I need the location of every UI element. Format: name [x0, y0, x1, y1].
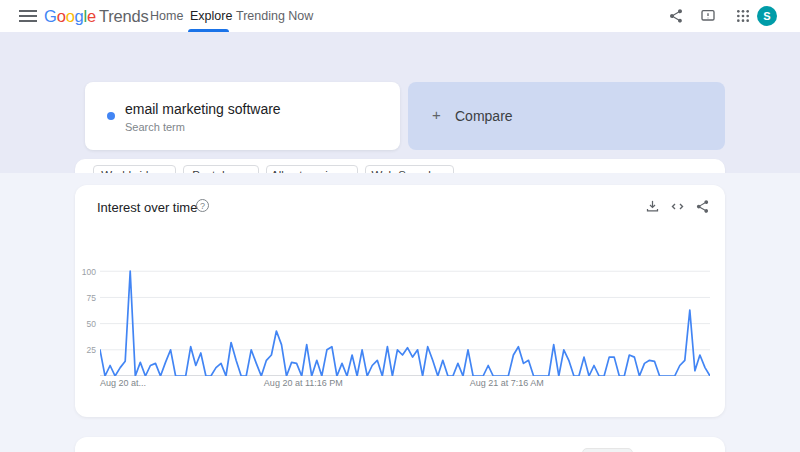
- help-icon[interactable]: ?: [196, 199, 209, 212]
- product-name: Trends: [99, 7, 149, 25]
- search-term-text: email marketing software: [125, 101, 281, 117]
- compare-label: Compare: [455, 108, 513, 124]
- google-trends-logo[interactable]: GoogleTrends: [44, 0, 149, 32]
- y-axis-tick-label: 75: [76, 293, 96, 303]
- x-axis-tick-label: Aug 20 at 11:16 PM: [264, 378, 343, 388]
- chart-share-icon[interactable]: [695, 199, 711, 215]
- active-tab-underline: [188, 29, 229, 32]
- apps-grid-icon[interactable]: [735, 8, 751, 24]
- tab-explore[interactable]: Explore: [190, 0, 232, 32]
- embed-icon[interactable]: [670, 199, 686, 215]
- region-widget-placeholder[interactable]: [582, 448, 633, 452]
- main-content: Interest over time ? 255075100Aug 20 at.…: [0, 173, 800, 452]
- download-icon[interactable]: [645, 199, 661, 215]
- x-axis-tick-label: Aug 21 at 7:16 AM: [470, 378, 544, 388]
- plus-icon: +: [432, 106, 441, 123]
- hero: email marketing software Search term + C…: [0, 32, 800, 173]
- y-axis-tick-label: 25: [76, 345, 96, 355]
- menu-icon[interactable]: [19, 10, 37, 22]
- tab-home[interactable]: Home: [150, 0, 183, 32]
- interest-over-time-card: Interest over time ? 255075100Aug 20 at.…: [75, 185, 725, 417]
- next-section-card: [75, 437, 725, 452]
- feedback-icon[interactable]: [700, 8, 716, 24]
- search-term-type: Search term: [125, 121, 185, 133]
- chart-title: Interest over time: [97, 200, 197, 215]
- y-axis-tick-label: 50: [76, 319, 96, 329]
- share-icon[interactable]: [668, 8, 684, 24]
- google-trends-page: GoogleTrends Home Explore Trending Now S…: [0, 0, 800, 452]
- y-axis-tick-label: 100: [76, 267, 96, 277]
- x-axis-tick-label: Aug 20 at...: [100, 378, 146, 388]
- search-term-card[interactable]: email marketing software Search term: [85, 82, 400, 150]
- google-wordmark: Google: [44, 7, 96, 25]
- tab-trending-now[interactable]: Trending Now: [236, 0, 313, 32]
- trend-line-chart[interactable]: 255075100Aug 20 at...Aug 20 at 11:16 PMA…: [100, 268, 710, 376]
- trend-svg: [100, 268, 710, 376]
- app-header: GoogleTrends Home Explore Trending Now S: [0, 0, 800, 32]
- series-color-dot: [107, 112, 115, 120]
- compare-button[interactable]: + Compare: [408, 82, 725, 150]
- avatar[interactable]: S: [757, 6, 777, 26]
